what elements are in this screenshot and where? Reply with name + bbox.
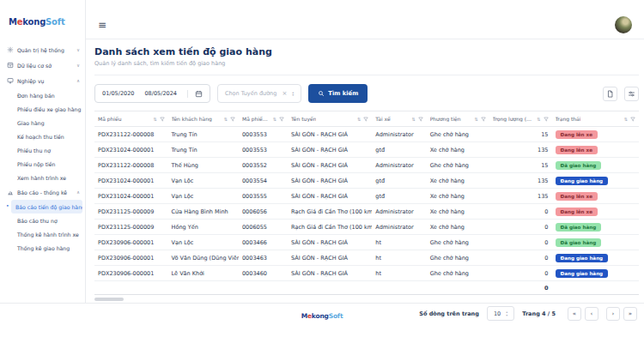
cell-ma_phieu_ban_hang: 0003460	[239, 266, 288, 281]
table-row[interactable]: PDX231024-000001Vạn Lộc0003554SÀI GÒN - …	[94, 173, 639, 189]
sidebar-item-wrap: Xem hành trình xe	[0, 171, 85, 184]
sort-icon[interactable]: ⇅	[224, 117, 228, 122]
clear-icon[interactable]: ×	[282, 90, 287, 97]
cell-phuong_tien: Xe chở hàng	[427, 189, 489, 204]
brand-logo[interactable]: MekongSoft	[0, 17, 85, 27]
sidebar-item[interactable]: Báo cáo thu nợ	[0, 214, 85, 227]
column-settings-button[interactable]	[624, 87, 639, 101]
filter-icon[interactable]	[279, 117, 284, 122]
table-row[interactable]: PDX231125-000009Cửa Hàng Bình Minh000605…	[94, 204, 639, 220]
chevron-down-icon: ∨	[76, 47, 80, 52]
calendar-icon[interactable]	[187, 90, 203, 98]
totals-row: 0	[94, 281, 639, 295]
sidebar-section-bao-cao-thong-ke[interactable]: Báo cáo - thống kê∧	[0, 184, 85, 200]
sort-icon[interactable]: ⇅	[273, 117, 276, 122]
scrollbar-thumb[interactable]	[94, 298, 124, 301]
filter-icon[interactable]	[160, 117, 165, 122]
cell-ten_tuyen: SÀI GÒN - RẠCH GIÁ	[288, 189, 372, 204]
first-page-button[interactable]: «	[568, 307, 581, 321]
page-subtitle: Quản lý danh sách, tìm kiếm tiến độ giao…	[94, 60, 639, 67]
sidebar-item-wrap: Kế hoạch thu tiền	[0, 129, 85, 143]
filter-icon[interactable]	[363, 117, 368, 122]
status-badge: Đang lên xe	[556, 146, 598, 154]
export-file-button[interactable]	[603, 87, 617, 101]
cell-ten_tuyen: SÀI GÒN - RẠCH GIÁ	[288, 250, 372, 266]
date-range-input[interactable]: 01/05/2020 08/05/2024	[94, 84, 210, 103]
column-header-trang_thai[interactable]: Trạng thái⇅	[552, 111, 640, 127]
route-select[interactable]: Chọn Tuyến đường × ▴▾	[217, 84, 301, 103]
sort-icon[interactable]: ⇅	[153, 117, 156, 122]
sidebar-item[interactable]: Kế hoạch thu tiền	[0, 129, 85, 143]
search-button[interactable]: Tìm kiếm	[308, 84, 368, 103]
menu-icon[interactable]: ≡	[98, 20, 106, 30]
cell-phuong_tien: Ghe chở hàng	[427, 266, 489, 281]
avatar[interactable]	[615, 16, 632, 33]
date-from-value[interactable]: 01/05/2020	[102, 90, 134, 97]
filter-icon[interactable]	[418, 117, 423, 122]
cell-ten_khach_hang: Cửa Hàng Bình Minh	[168, 204, 239, 220]
sidebar-item[interactable]: Báo cáo tiến độ giao hàng	[11, 200, 82, 214]
cell-trong_luong: 0	[489, 220, 552, 235]
sort-icon[interactable]: ⇅	[411, 117, 415, 122]
date-to-value[interactable]: 08/05/2024	[144, 90, 176, 97]
cell-ma_phieu_ban_hang: 0003463	[239, 250, 288, 266]
sidebar-section-nghiep-vu[interactable]: Nghiệp vụ∧	[0, 73, 85, 88]
sidebar-item[interactable]: Thống kê hành trình xe	[0, 227, 85, 241]
sidebar-item-wrap: Thống kê giao hàng	[0, 241, 85, 255]
prev-page-button[interactable]: ‹	[585, 307, 598, 321]
table-row[interactable]: PDX231024-000001Vạn Lộc0003555SÀI GÒN - …	[94, 189, 639, 204]
sidebar-item[interactable]: Xem hành trình xe	[0, 171, 85, 184]
sliders-icon	[628, 90, 635, 98]
status-badge: Đã giao hàng	[556, 238, 602, 247]
table-row[interactable]: PDX231122-000008Thế Hùng0003552SÀI GÒN -…	[94, 158, 639, 173]
cell-ten_tuyen: Rạch Giá đi Cần Thơ (100 km)	[288, 220, 372, 235]
filter-icon[interactable]	[544, 117, 549, 122]
cell-tai_xe: gtđ	[372, 142, 426, 158]
filter-icon[interactable]	[481, 117, 486, 122]
cell-trong_luong: 0	[489, 250, 552, 266]
rows-per-page-select[interactable]: 10 ▴▾	[487, 306, 514, 321]
page-indicator: Trang 4 / 5	[522, 310, 556, 317]
rows-per-page-value: 10	[494, 310, 501, 317]
sidebar-item[interactable]: Phiếu thu nợ	[0, 143, 85, 157]
sort-icon[interactable]: ⇅	[357, 117, 361, 122]
table-row[interactable]: PDX231122-000008Trung Tín0003553SÀI GÒN …	[94, 127, 639, 142]
table-row[interactable]: PDX230906-000001Lê Văn Khởi0003460SÀI GÒ…	[94, 266, 639, 281]
sidebar-section-quan-tri-he-thong[interactable]: Quản trị hệ thống∨	[0, 42, 85, 57]
cell-ten_khach_hang: Trung Tín	[168, 142, 239, 158]
column-header-phuong_tien[interactable]: Phương tiện⇅	[427, 111, 489, 127]
sort-icon[interactable]: ⇅	[537, 117, 540, 122]
cell-ma_phieu_ban_hang: 0003553	[239, 127, 288, 142]
sort-icon[interactable]: ⇅	[624, 117, 628, 122]
next-page-button[interactable]: ›	[606, 307, 620, 321]
sidebar-item-wrap: Thống kê hành trình xe	[0, 227, 85, 241]
sidebar-section-du-lieu-co-so[interactable]: Dữ liệu cơ sở∨	[0, 57, 85, 73]
progress-table: Mã phiếu⇅Tên khách hàng⇅Mã phiếu bán hàn…	[94, 111, 639, 295]
brand-part-kong: kong	[22, 17, 46, 27]
table-row[interactable]: PDX230906-000001Vạn Lộc0003466SÀI GÒN - …	[94, 235, 639, 250]
cell-ma_phieu: PDX230906-000001	[94, 235, 168, 250]
table-row[interactable]: PDX230906-000001Võ Văn Dũng (Dũng Viên)0…	[94, 250, 639, 266]
filter-icon[interactable]	[230, 117, 235, 122]
table-row[interactable]: PDX231125-000009Hồng Yến0006055Rạch Giá …	[94, 220, 639, 235]
column-header-ma_phieu_ban_hang[interactable]: Mã phiếu bán hàng⇅	[239, 111, 288, 127]
cell-trong_luong: 0	[489, 266, 552, 281]
column-header-ten_khach_hang[interactable]: Tên khách hàng⇅	[168, 111, 239, 127]
status-badge: Đang giao hàng	[556, 177, 609, 185]
sort-icon[interactable]: ⇅	[474, 117, 477, 122]
sidebar-item[interactable]: Phiếu điều xe giao hàng	[0, 102, 85, 116]
column-header-ten_tuyen[interactable]: Tên tuyến⇅	[288, 111, 372, 127]
sidebar-item[interactable]: Thống kê giao hàng	[0, 241, 85, 255]
column-header-ma_phieu[interactable]: Mã phiếu⇅	[94, 111, 168, 127]
table-row[interactable]: PDX231024-000001Trung Tín0003553SÀI GÒN …	[94, 142, 639, 158]
search-icon	[318, 90, 325, 97]
column-header-tai_xe[interactable]: Tài xế⇅	[372, 111, 426, 127]
cell-tai_xe: ht	[372, 266, 426, 281]
sidebar-item[interactable]: Đơn hàng bán	[0, 88, 85, 102]
sidebar-item[interactable]: Phiếu nộp tiền	[0, 157, 85, 171]
column-header-trong_luong[interactable]: Trọng lượng (kg)⇅	[489, 111, 552, 127]
spinner-icon[interactable]: ▴▾	[506, 310, 507, 316]
sidebar-item[interactable]: Giao hàng	[0, 116, 85, 129]
filter-icon[interactable]	[630, 117, 635, 122]
last-page-button[interactable]: »	[623, 307, 637, 321]
